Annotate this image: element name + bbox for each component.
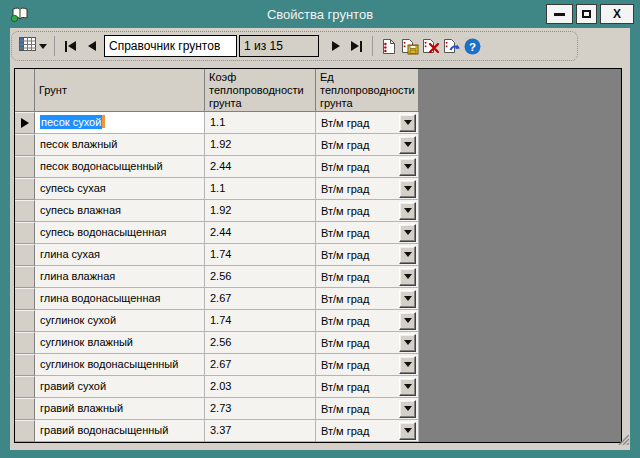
cell-grunt[interactable]: супесь водонасыщенная xyxy=(35,222,205,244)
row-selector[interactable] xyxy=(15,376,35,398)
minimize-button[interactable] xyxy=(546,4,573,24)
cell-grunt[interactable]: глина сухая xyxy=(35,244,205,266)
unit-dropdown-button[interactable] xyxy=(399,378,416,396)
unit-dropdown-button[interactable] xyxy=(399,246,416,264)
cell-coef[interactable]: 1.92 xyxy=(205,134,316,156)
cell-coef[interactable]: 1.92 xyxy=(205,200,316,222)
unit-dropdown-button[interactable] xyxy=(399,400,416,418)
unit-dropdown-button[interactable] xyxy=(399,312,416,330)
table-row[interactable]: гравий влажный 2.73 Вт/м град xyxy=(15,398,621,420)
cell-unit[interactable]: Вт/м град xyxy=(316,310,419,332)
cell-grunt[interactable]: гравий влажный xyxy=(35,398,205,420)
unit-dropdown-button[interactable] xyxy=(399,422,416,440)
cell-unit[interactable]: Вт/м град xyxy=(316,112,419,134)
unit-dropdown-button[interactable] xyxy=(399,158,416,176)
row-selector[interactable] xyxy=(15,178,35,200)
close-button[interactable]: X xyxy=(600,4,634,24)
row-selector[interactable] xyxy=(15,222,35,244)
cell-coef[interactable]: 1.1 xyxy=(205,178,316,200)
resize-grip[interactable] xyxy=(616,431,629,449)
table-row[interactable]: супесь сухая 1.1 Вт/м град xyxy=(15,178,621,200)
row-selector[interactable] xyxy=(15,266,35,288)
row-selector[interactable] xyxy=(15,332,35,354)
table-row[interactable]: гравий сухой 2.03 Вт/м град xyxy=(15,376,621,398)
cell-unit[interactable]: Вт/м град xyxy=(316,222,419,244)
cell-grunt[interactable]: супесь влажная xyxy=(35,200,205,222)
cell-coef[interactable]: 2.44 xyxy=(205,156,316,178)
unit-dropdown-button[interactable] xyxy=(399,334,416,352)
cell-grunt[interactable]: глина влажная xyxy=(35,266,205,288)
row-selector[interactable] xyxy=(15,112,35,134)
cell-grunt[interactable]: суглинок водонасыщенный xyxy=(35,354,205,376)
table-row[interactable]: песок влажный 1.92 Вт/м град xyxy=(15,134,621,156)
help-button[interactable]: ? xyxy=(462,36,483,56)
cell-coef[interactable]: 1.74 xyxy=(205,310,316,332)
cell-unit[interactable]: Вт/м град xyxy=(316,134,419,156)
row-selector[interactable] xyxy=(15,420,35,442)
table-row[interactable]: глина влажная 2.56 Вт/м град xyxy=(15,266,621,288)
row-selector[interactable] xyxy=(15,134,35,156)
record-source-field[interactable] xyxy=(104,35,237,57)
table-row[interactable]: глина водонасыщенная 2.67 Вт/м град xyxy=(15,288,621,310)
unit-dropdown-button[interactable] xyxy=(399,180,416,198)
cell-coef[interactable]: 2.44 xyxy=(205,222,316,244)
maximize-button[interactable] xyxy=(576,4,597,24)
row-selector[interactable] xyxy=(15,156,35,178)
delete-record-button[interactable] xyxy=(420,36,441,56)
cell-unit[interactable]: Вт/м град xyxy=(316,354,419,376)
unit-dropdown-button[interactable] xyxy=(399,114,416,132)
cell-grunt[interactable]: суглинок сухой xyxy=(35,310,205,332)
table-row[interactable]: супесь водонасыщенная 2.44 Вт/м град xyxy=(15,222,621,244)
row-selector[interactable] xyxy=(15,288,35,310)
cell-unit[interactable]: Вт/м град xyxy=(316,244,419,266)
cell-unit[interactable]: Вт/м град xyxy=(316,288,419,310)
row-selector[interactable] xyxy=(15,398,35,420)
unit-dropdown-button[interactable] xyxy=(399,202,416,220)
cell-unit[interactable]: Вт/м град xyxy=(316,398,419,420)
unit-dropdown-button[interactable] xyxy=(399,224,416,242)
cell-coef[interactable]: 1.74 xyxy=(205,244,316,266)
row-selector[interactable] xyxy=(15,310,35,332)
cell-unit[interactable]: Вт/м град xyxy=(316,332,419,354)
cell-grunt[interactable]: глина водонасыщенная xyxy=(35,288,205,310)
cell-unit[interactable]: Вт/м град xyxy=(316,178,419,200)
cell-unit[interactable]: Вт/м град xyxy=(316,376,419,398)
cell-coef[interactable]: 3.37 xyxy=(205,420,316,442)
unit-dropdown-button[interactable] xyxy=(399,136,416,154)
cell-coef[interactable]: 2.73 xyxy=(205,398,316,420)
table-row[interactable]: суглинок влажный 2.56 Вт/м град xyxy=(15,332,621,354)
cell-grunt[interactable]: песок влажный xyxy=(35,134,205,156)
next-record-button[interactable] xyxy=(325,36,346,56)
cancel-edit-button[interactable] xyxy=(441,36,462,56)
cell-unit[interactable]: Вт/м град xyxy=(316,420,419,442)
cell-unit[interactable]: Вт/м град xyxy=(316,200,419,222)
cell-grunt[interactable]: гравий сухой xyxy=(35,376,205,398)
cell-grunt[interactable]: суглинок влажный xyxy=(35,332,205,354)
table-row[interactable]: глина сухая 1.74 Вт/м град xyxy=(15,244,621,266)
row-selector[interactable] xyxy=(15,200,35,222)
row-selector[interactable] xyxy=(15,354,35,376)
first-record-button[interactable] xyxy=(60,36,81,56)
table-setup-button[interactable] xyxy=(17,36,49,56)
cell-coef[interactable]: 2.56 xyxy=(205,266,316,288)
row-selector[interactable] xyxy=(15,244,35,266)
cell-coef[interactable]: 2.67 xyxy=(205,288,316,310)
unit-dropdown-button[interactable] xyxy=(399,268,416,286)
cell-grunt[interactable]: песок водонасыщенный xyxy=(35,156,205,178)
table-row[interactable]: суглинок водонасыщенный 2.67 Вт/м град xyxy=(15,354,621,376)
cell-coef[interactable]: 2.56 xyxy=(205,332,316,354)
cell-grunt[interactable]: гравий водонасыщенный xyxy=(35,420,205,442)
table-row[interactable]: супесь влажная 1.92 Вт/м град xyxy=(15,200,621,222)
table-row[interactable]: суглинок сухой 1.74 Вт/м град xyxy=(15,310,621,332)
cell-grunt[interactable]: супесь сухая xyxy=(35,178,205,200)
title-bar[interactable]: Свойства грунтов X xyxy=(0,0,640,28)
cell-unit[interactable]: Вт/м град xyxy=(316,156,419,178)
unit-dropdown-button[interactable] xyxy=(399,356,416,374)
prev-record-button[interactable] xyxy=(81,36,102,56)
cell-unit[interactable]: Вт/м град xyxy=(316,266,419,288)
save-record-button[interactable] xyxy=(399,36,420,56)
table-row[interactable]: гравий водонасыщенный 3.37 Вт/м град xyxy=(15,420,621,442)
cell-coef[interactable]: 1.1 xyxy=(205,112,316,134)
unit-dropdown-button[interactable] xyxy=(399,290,416,308)
cell-coef[interactable]: 2.03 xyxy=(205,376,316,398)
